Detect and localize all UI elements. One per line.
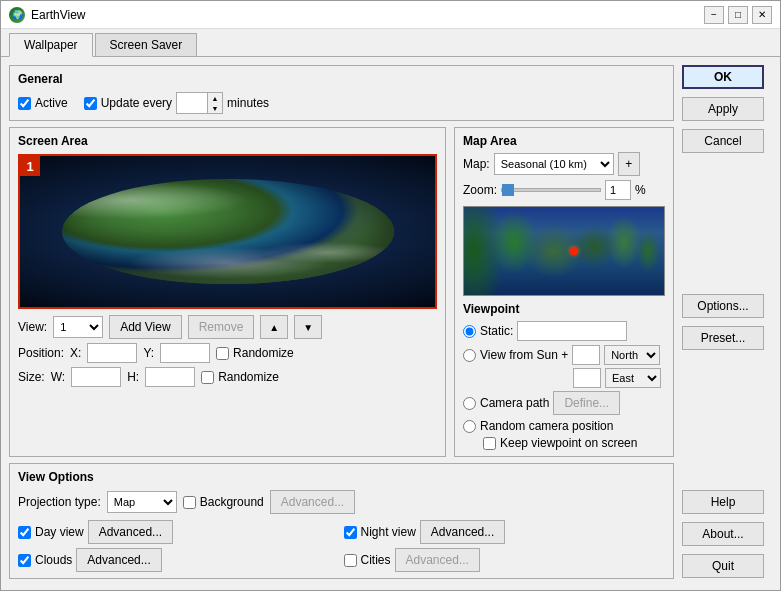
zoom-label: Zoom:: [463, 183, 497, 197]
east-direction-select[interactable]: East West: [605, 368, 661, 388]
day-advanced-button[interactable]: Advanced...: [88, 520, 173, 544]
active-label: Active: [35, 96, 68, 110]
cities-row: Cities Advanced...: [344, 548, 666, 572]
ok-button[interactable]: OK: [682, 65, 764, 89]
options-button[interactable]: Options...: [682, 294, 764, 318]
static-radio[interactable]: [463, 325, 476, 338]
remove-button[interactable]: Remove: [188, 315, 255, 339]
view-select[interactable]: 1: [53, 316, 103, 338]
screen-map-row: Screen Area 1 View: 1: [9, 127, 674, 457]
update-row: Update every 10 ▲ ▼ minutes: [84, 92, 269, 114]
randomize2-text: Randomize: [218, 370, 279, 384]
view-from-sun-row: View from Sun + 0° North South: [463, 345, 665, 365]
screen-preview: 1: [18, 154, 437, 309]
static-coords[interactable]: 0.00° N 0.00° E: [517, 321, 627, 341]
define-button[interactable]: Define...: [553, 391, 620, 415]
clouds-label[interactable]: Clouds: [18, 553, 72, 567]
position-row: Position: X: 0 Y: 0 Randomize: [18, 343, 437, 363]
east-deg-input[interactable]: 0°: [573, 368, 601, 388]
main-window: 🌍 EarthView − □ ✕ Wallpaper Screen Saver…: [0, 0, 781, 591]
update-spinner[interactable]: 10 ▲ ▼: [176, 92, 223, 114]
update-checkbox[interactable]: [84, 97, 97, 110]
update-checkbox-label[interactable]: Update every: [84, 96, 172, 110]
map-dot: [570, 247, 578, 255]
view-options-title: View Options: [18, 470, 665, 484]
add-view-button[interactable]: Add View: [109, 315, 181, 339]
view-from-sun-radio[interactable]: [463, 349, 476, 362]
about-button[interactable]: About...: [682, 522, 764, 546]
maximize-button[interactable]: □: [728, 6, 748, 24]
tabs-row: Wallpaper Screen Saver: [1, 29, 780, 57]
x-input[interactable]: 0: [87, 343, 137, 363]
preset-button[interactable]: Preset...: [682, 326, 764, 350]
active-checkbox[interactable]: [18, 97, 31, 110]
zoom-value-input[interactable]: [605, 180, 631, 200]
y-input[interactable]: 0: [160, 343, 210, 363]
spin-down[interactable]: ▼: [208, 103, 222, 113]
help-button[interactable]: Help: [682, 490, 764, 514]
map-area-title: Map Area: [463, 134, 665, 148]
static-radio-row[interactable]: Static: 0.00° N 0.00° E: [463, 321, 665, 341]
minimize-button[interactable]: −: [704, 6, 724, 24]
map-select[interactable]: Seasonal (10 km): [494, 153, 614, 175]
title-bar-controls: − □ ✕: [704, 6, 772, 24]
cities-label[interactable]: Cities: [344, 553, 391, 567]
map-controls-row: Map: Seasonal (10 km) +: [463, 152, 665, 176]
background-checkbox[interactable]: [183, 496, 196, 509]
clouds-advanced-button[interactable]: Advanced...: [76, 548, 161, 572]
quit-button[interactable]: Quit: [682, 554, 764, 578]
north-deg-input[interactable]: 0°: [572, 345, 600, 365]
randomize1-label[interactable]: Randomize: [216, 346, 294, 360]
tab-wallpaper[interactable]: Wallpaper: [9, 33, 93, 57]
projection-select[interactable]: Map Globe Flat: [107, 491, 177, 513]
camera-path-radio[interactable]: [463, 397, 476, 410]
screen-area-section: Screen Area 1 View: 1: [9, 127, 446, 457]
randomize1-checkbox[interactable]: [216, 347, 229, 360]
add-map-button[interactable]: +: [618, 152, 640, 176]
day-view-checkbox[interactable]: [18, 526, 31, 539]
night-advanced-button[interactable]: Advanced...: [420, 520, 505, 544]
north-direction-select[interactable]: North South: [604, 345, 660, 365]
background-checkbox-label[interactable]: Background: [183, 495, 264, 509]
update-value-input[interactable]: 10: [177, 93, 207, 113]
randomize2-checkbox[interactable]: [201, 371, 214, 384]
tab-screen-saver[interactable]: Screen Saver: [95, 33, 198, 56]
randomize2-label[interactable]: Randomize: [201, 370, 279, 384]
random-camera-radio[interactable]: [463, 420, 476, 433]
cancel-button[interactable]: Cancel: [682, 129, 764, 153]
h-input[interactable]: 1080: [145, 367, 195, 387]
active-checkbox-label[interactable]: Active: [18, 96, 68, 110]
keep-viewpoint-checkbox[interactable]: [483, 437, 496, 450]
day-view-text: Day view: [35, 525, 84, 539]
view-from-sun-container: View from Sun + 0° North South 0°: [463, 345, 665, 388]
screen-area-title: Screen Area: [18, 134, 437, 148]
background-advanced-button[interactable]: Advanced...: [270, 490, 355, 514]
night-view-checkbox[interactable]: [344, 526, 357, 539]
night-view-label[interactable]: Night view: [344, 525, 416, 539]
cities-advanced-button[interactable]: Advanced...: [395, 548, 480, 572]
projection-row: Projection type: Map Globe Flat Backgrou…: [18, 490, 665, 514]
main-content: General Active Update every 10: [1, 57, 780, 590]
clouds-checkbox[interactable]: [18, 554, 31, 567]
h-label: H:: [127, 370, 139, 384]
camera-path-label: Camera path: [480, 396, 549, 410]
zoom-slider[interactable]: [501, 188, 601, 192]
close-button[interactable]: ✕: [752, 6, 772, 24]
camera-path-row: Camera path Define...: [463, 391, 665, 415]
night-view-text: Night view: [361, 525, 416, 539]
move-down-button[interactable]: ▼: [294, 315, 322, 339]
title-bar: 🌍 EarthView − □ ✕: [1, 1, 780, 29]
viewpoint-section: Viewpoint Static: 0.00° N 0.00° E View f…: [463, 302, 665, 450]
apply-button[interactable]: Apply: [682, 97, 764, 121]
screen-number: 1: [20, 156, 40, 176]
cities-checkbox[interactable]: [344, 554, 357, 567]
spin-arrows: ▲ ▼: [207, 93, 222, 113]
spin-up[interactable]: ▲: [208, 93, 222, 103]
random-camera-row[interactable]: Random camera position: [463, 419, 665, 433]
update-label: Update every: [101, 96, 172, 110]
w-input[interactable]: 1920: [71, 367, 121, 387]
move-up-button[interactable]: ▲: [260, 315, 288, 339]
general-section: General Active Update every 10: [9, 65, 674, 121]
day-view-label[interactable]: Day view: [18, 525, 84, 539]
map-earth: [464, 207, 664, 295]
